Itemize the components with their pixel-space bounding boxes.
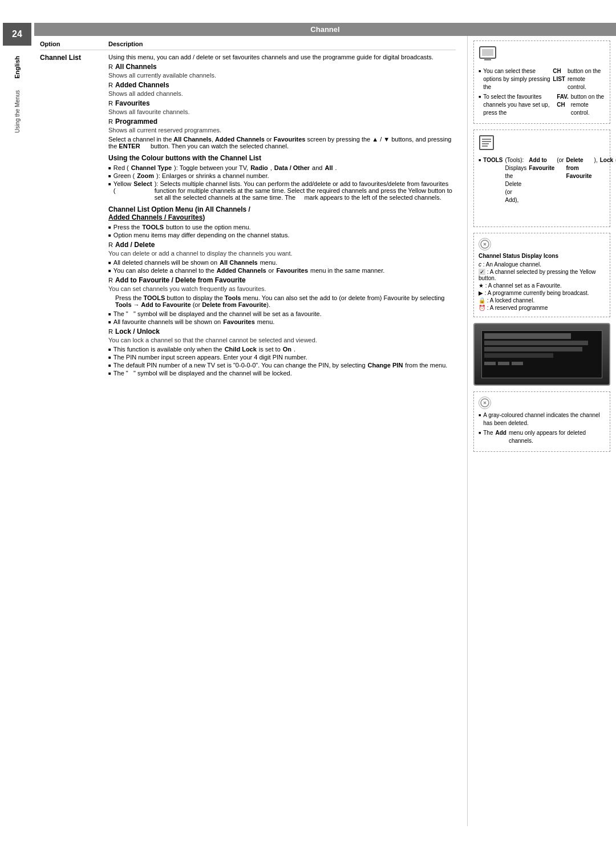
colour-bullets-list: Red (Channel Type): Toggle between your … xyxy=(108,164,456,201)
all-channels-header: R All Channels xyxy=(108,63,456,71)
lock-unlock-marker: R xyxy=(108,328,113,335)
add-delete-bullet-2: You can also delete a channel to the Add… xyxy=(108,267,456,274)
note-icon-3 xyxy=(479,238,491,250)
lock-unlock-title: Lock / Unlock xyxy=(115,328,160,335)
added-channels-header: R Added Channels xyxy=(108,81,456,89)
add-favourite-title: Add to Favourite / Delete from Favourite xyxy=(115,276,246,284)
main-content: Channel Option Description Channel List … xyxy=(34,23,616,826)
lock-unlock-desc: You can lock a channel so that the chann… xyxy=(108,337,456,343)
favourites-title: Favourites xyxy=(115,99,150,107)
add-favourite-marker: R xyxy=(108,277,113,284)
all-channels-title: All Channels xyxy=(115,63,157,71)
svg-rect-1 xyxy=(482,49,493,56)
right-box-2: TOOLS (Tools): Displays the Delete (or A… xyxy=(473,130,610,227)
programmed-item: R Programmed Shows all current reserved … xyxy=(108,118,456,134)
option-menu-subheading: Added Channels / Favourites) xyxy=(108,213,205,221)
channel-list-row: Channel List Using this menu, you can ad… xyxy=(40,54,456,379)
add-delete-marker: R xyxy=(108,241,113,248)
add-favourite-item: R Add to Favourite / Delete from Favouri… xyxy=(108,276,456,325)
sidebar-section: Using the Menus xyxy=(14,90,21,133)
programmed-header: R Programmed xyxy=(108,118,456,126)
add-favourite-desc: You can set channels you watch frequentl… xyxy=(108,285,456,292)
colour-bullet-red: Red (Channel Type): Toggle between your … xyxy=(108,164,456,171)
th-description: Description xyxy=(108,41,456,47)
svg-rect-3 xyxy=(480,136,493,149)
option-menu-bullet-2: Option menu items may differ depending o… xyxy=(108,232,456,238)
status-icon-item-3: ★ : A channel set as a Favourite. xyxy=(479,282,605,289)
right-col: You can select these options by simply p… xyxy=(468,36,616,826)
right-box-4-header xyxy=(479,397,605,409)
lock-unlock-bullets: This function is available only when the… xyxy=(108,346,456,377)
tv-image xyxy=(473,323,610,386)
status-icon-item-2: ✓ : A channel selected by pressing the Y… xyxy=(479,269,605,281)
add-delete-item: R Add / Delete You can delete or add a c… xyxy=(108,241,456,274)
add-favourite-bullet-1: The " " symbol will be displayed and the… xyxy=(108,310,456,317)
add-delete-bullets: All deleted channels will be shown on Al… xyxy=(108,259,456,274)
right-box-1-item-1: You can select these options by simply p… xyxy=(479,67,605,91)
right-box-4-item-1: A gray-coloured channel indicates the ch… xyxy=(479,411,605,427)
programmed-marker: R xyxy=(108,118,113,125)
add-favourite-bullets: The " " symbol will be displayed and the… xyxy=(108,310,456,325)
right-box-2-icon xyxy=(479,135,605,154)
added-channels-marker: R xyxy=(108,82,113,88)
right-box-2-list: TOOLS (Tools): Displays the Delete (or A… xyxy=(479,156,605,220)
lock-bullet-1: This function is available only when the… xyxy=(108,346,456,353)
channel-list-description: Using this menu, you can add / delete or… xyxy=(108,54,456,379)
select-channel-text: Select a channel in the All Channels, Ad… xyxy=(108,136,456,149)
option-menu-bullet-1: Press the TOOLS button to use the option… xyxy=(108,224,456,231)
channel-list-intro: Using this menu, you can add / delete or… xyxy=(108,54,456,60)
status-icon-item-5: 🔒 : A locked channel. xyxy=(479,297,605,304)
sidebar-lang: English xyxy=(14,56,21,79)
table-header: Option Description xyxy=(40,41,456,50)
option-menu-bullets: Press the TOOLS button to use the option… xyxy=(108,224,456,238)
favourites-desc: Shows all favourite channels. xyxy=(108,108,456,115)
status-icon-item-4: ▶ : A programme currently being broadcas… xyxy=(479,290,605,296)
lock-unlock-item: R Lock / Unlock You can lock a channel s… xyxy=(108,328,456,377)
added-channels-desc: Shows all added channels. xyxy=(108,90,456,97)
page-wrapper: 24 English Using the Menus Channel Optio… xyxy=(0,0,616,849)
page-number: 24 xyxy=(3,23,31,46)
right-box-4-item-2: The Add menu only appears for deleted ch… xyxy=(479,429,605,445)
th-option: Option xyxy=(40,41,108,47)
favourites-header: R Favourites xyxy=(108,99,456,107)
add-favourite-header: R Add to Favourite / Delete from Favouri… xyxy=(108,276,456,284)
added-channels-item: R Added Channels Shows all added channel… xyxy=(108,81,456,97)
add-favourite-bullet-2: All favourite channels will be shown on … xyxy=(108,318,456,325)
add-delete-title: Add / Delete xyxy=(115,241,155,249)
lock-unlock-header: R Lock / Unlock xyxy=(108,328,456,335)
lock-bullet-4: The " " symbol will be displayed and the… xyxy=(108,370,456,377)
favourites-item: R Favourites Shows all favourite channel… xyxy=(108,99,456,115)
programmed-desc: Shows all current reserved programmes. xyxy=(108,127,456,134)
right-box-4-list: A gray-coloured channel indicates the ch… xyxy=(479,411,605,445)
add-delete-bullet-1: All deleted channels will be shown on Al… xyxy=(108,259,456,266)
status-icon-item-6: ⏰ : A reserved programme xyxy=(479,305,605,311)
channel-header: Channel xyxy=(34,23,616,36)
status-icons-section: Channel Status Display Icons c : An Anal… xyxy=(479,253,605,311)
favourites-marker: R xyxy=(108,100,113,107)
note-icon-4 xyxy=(479,397,491,409)
lock-bullet-2: The PIN number input screen appears. Ent… xyxy=(108,354,456,361)
channel-list-label: Channel List xyxy=(40,54,108,379)
right-box-1-icon xyxy=(479,46,605,65)
added-channels-title: Added Channels xyxy=(115,81,169,89)
all-channels-marker: R xyxy=(108,63,113,70)
colour-bullet-green: Green (Zoom): Enlarges or shrinks a chan… xyxy=(108,172,456,179)
svg-rect-2 xyxy=(484,58,491,60)
add-delete-desc: You can delete or add a channel to displ… xyxy=(108,250,456,257)
content-columns: Option Description Channel List Using th… xyxy=(34,36,616,826)
right-box-1-list: You can select these options by simply p… xyxy=(479,67,605,117)
colour-bullet-yellow: Yellow (Select): Selects multiple channe… xyxy=(108,180,456,201)
status-icons-heading: Channel Status Display Icons xyxy=(479,253,605,259)
programmed-title: Programmed xyxy=(115,118,157,126)
left-col: Option Description Channel List Using th… xyxy=(34,36,468,826)
colour-buttons-heading: Using the Colour buttons with the Channe… xyxy=(108,154,456,162)
add-delete-header: R Add / Delete xyxy=(108,241,456,249)
all-channels-item: R All Channels Shows all currently avail… xyxy=(108,63,456,79)
all-channels-desc: Shows all currently available channels. xyxy=(108,72,456,79)
lock-bullet-3: The default PIN number of a new TV set i… xyxy=(108,362,456,369)
right-box-3: Channel Status Display Icons c : An Anal… xyxy=(473,233,610,317)
option-menu-heading: Channel List Option Menu (in All Channel… xyxy=(108,205,456,221)
status-icon-item-1: c : An Analogue channel. xyxy=(479,261,605,268)
right-box-1-item-2: To select the favourites channels you ha… xyxy=(479,93,605,117)
right-box-1: You can select these options by simply p… xyxy=(473,41,610,124)
